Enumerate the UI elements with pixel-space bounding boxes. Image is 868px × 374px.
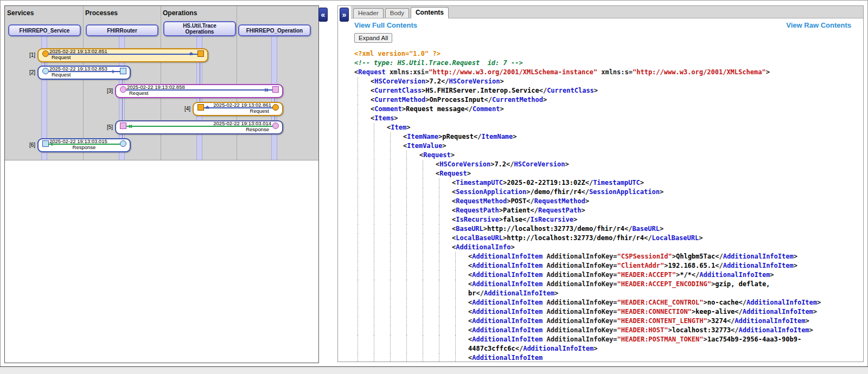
view-full-contents-link[interactable]: View Full Contents [354, 21, 417, 29]
message-label: Response [246, 127, 269, 132]
xml-line: <Request> [354, 151, 844, 160]
message-index: [4] [176, 106, 190, 112]
column-title: Services [7, 9, 34, 17]
lane-header: FHIRRouter [86, 24, 158, 36]
xml-line: <RequestPath>Patient</RequestPath> [354, 206, 844, 215]
message-index: [2] [21, 69, 35, 75]
xml-line: <AdditionalInfoItem AdditionalInfoKey="H… [354, 280, 844, 298]
contents-panel: Header Body Contents View Full Contents … [337, 5, 864, 362]
message-target-node [120, 68, 126, 74]
view-raw-contents-link[interactable]: View Raw Contents [786, 21, 851, 29]
message-source-node [120, 86, 126, 93]
message-timestamp: 2025-02-22 19:13:02.858 [127, 85, 185, 90]
xml-line: <SessionApplication>/demo/fhir/r4</Sessi… [354, 188, 844, 197]
tab-body[interactable]: Body [385, 8, 409, 18]
xml-line: <BaseURL>http://localhost:32773/demo/fhi… [354, 224, 844, 234]
xml-line: <!-- type: HS.Util.Trace.Request id: 7 -… [354, 59, 844, 68]
xml-line: <AdditionalInfo> [354, 243, 844, 252]
xml-line: <AdditionalInfoItem [354, 353, 844, 362]
message-timestamp: 2025-02-22 19:13:02.861 [213, 102, 271, 108]
message-index: [1] [21, 52, 35, 58]
xml-line: <Request xmlns:xsi="http://www.w3.org/20… [354, 68, 844, 77]
trace-panel: ServicesProcessesOperationsFHIRREPO_Serv… [4, 5, 319, 363]
message-index: [5] [99, 124, 113, 130]
arrow-head-icon: › [112, 66, 114, 76]
arrow-head-icon: * [189, 51, 193, 61]
expand-all-button[interactable]: Expand All [354, 33, 392, 43]
bottom-bar [0, 366, 868, 374]
xml-line: <ItemName>pRequest</ItemName> [354, 132, 844, 141]
column-title: Operations [163, 9, 197, 17]
message-timestamp: 2025-02-22 19:13:03.014 [213, 121, 271, 126]
message-target-node [272, 86, 279, 93]
xml-line: <CurrentMethod>OnProcessInput</CurrentMe… [354, 95, 844, 105]
xml-line: <AdditionalInfoItem AdditionalInfoKey="H… [354, 307, 844, 317]
contents-toolbar: View Full Contents View Raw Contents [354, 21, 858, 31]
message-source-node [272, 104, 279, 111]
xml-line: <AdditionalInfoItem AdditionalInfoKey="H… [354, 270, 844, 280]
trace-message[interactable]: *2025-02-22 19:13:02.851Request [37, 48, 208, 62]
column-separator [237, 6, 237, 160]
xml-line: <LocalBaseURL>http://localhost:32773/dem… [354, 234, 844, 243]
trace-message[interactable]: »2025-02-22 19:13:02.858Request [115, 84, 283, 98]
xml-line: <Items> [354, 114, 844, 123]
lane-header: FHIRREPO_Operation [238, 24, 311, 36]
visual-trace-page: { "window": { "collapse_left": "«", "col… [0, 0, 868, 374]
arrow-head-icon: « [128, 121, 132, 131]
message-label: Request [52, 55, 71, 60]
message-target-node [42, 140, 49, 147]
call-stack-line [122, 96, 123, 120]
message-timestamp: 2025-02-22 19:13:03.015 [49, 139, 107, 144]
message-index: [3] [99, 88, 113, 94]
xml-line: <AdditionalInfoItem AdditionalInfoKey="H… [354, 335, 844, 353]
xml-line: <Item> [354, 123, 844, 132]
tab-contents[interactable]: Contents [411, 7, 449, 18]
xml-line: <Comment>Request message</Comment> [354, 105, 844, 114]
trace-message[interactable]: ›2025-02-22 19:13:02.853Request [37, 66, 131, 80]
message-source-node [42, 50, 49, 57]
column-separator [83, 6, 84, 160]
message-target-node [197, 104, 204, 111]
message-index: [6] [21, 142, 35, 148]
xml-line: <AdditionalInfoItem AdditionalInfoKey="C… [354, 252, 844, 261]
xml-line: <AdditionalInfoItem AdditionalInfoKey="H… [354, 326, 844, 335]
xml-line: <HSCoreVersion>7.2</HSCoreVersion> [354, 77, 844, 86]
xml-line: <AdditionalInfoItem AdditionalInfoKey="H… [354, 298, 844, 307]
column-separator [161, 6, 161, 160]
message-source-node [272, 122, 279, 129]
lane-header: FHIRREPO_Service [8, 24, 81, 36]
message-label: Response [73, 145, 96, 150]
xml-line: <AdditionalInfoItem AdditionalInfoKey="C… [354, 261, 844, 270]
xml-line: <Request> [354, 169, 844, 178]
xml-line: <ItemValue> [354, 141, 844, 151]
trace-message[interactable]: «2025-02-22 19:13:03.014Response [115, 120, 283, 134]
contents-view: View Full Contents View Raw Contents Exp… [351, 18, 863, 362]
message-timestamp: 2025-02-22 19:13:02.851 [49, 49, 107, 54]
message-label: Request [52, 72, 71, 77]
xml-line: <HSCoreVersion>7.2</HSCoreVersion> [354, 160, 844, 169]
message-label: Request [250, 108, 269, 113]
tab-header[interactable]: Header [353, 8, 384, 18]
xml-line: <AdditionalInfoItem AdditionalInfoKey="H… [354, 317, 844, 326]
xml-line: <?xml version="1.0" ?> [354, 49, 844, 59]
message-target-node [120, 122, 126, 129]
xml-line: <TimestampUTC>2025-02-22T19:13:02Z</Time… [354, 178, 844, 188]
column-title: Processes [85, 9, 118, 17]
xml-content: <?xml version="1.0" ?><!-- type: HS.Util… [354, 49, 844, 362]
collapse-right-panel-button[interactable]: » [340, 8, 349, 22]
trace-diagram: ServicesProcessesOperationsFHIRREPO_Serv… [5, 6, 318, 160]
arrow-head-icon: * [206, 105, 209, 114]
message-label: Request [129, 91, 148, 95]
tab-bar: Header Body Contents [351, 6, 863, 18]
trace-message[interactable]: ‹2025-02-22 19:13:03.015Response [37, 138, 131, 152]
collapse-left-panel-button[interactable]: « [318, 8, 328, 22]
trace-message[interactable]: *2025-02-22 19:13:02.861Request [193, 102, 283, 116]
message-source-node [120, 140, 126, 147]
xml-line: <IsRecursive>false</IsRecursive> [354, 215, 844, 224]
xml-line: <CurrentClass>HS.FHIRServer.Interop.Serv… [354, 86, 844, 95]
message-source-node [42, 68, 49, 74]
message-target-node [197, 50, 204, 57]
lane-header: HS.Util.Trace Operations [163, 21, 236, 36]
arrow-head-icon: » [264, 85, 269, 94]
message-timestamp: 2025-02-22 19:13:02.853 [49, 66, 107, 72]
